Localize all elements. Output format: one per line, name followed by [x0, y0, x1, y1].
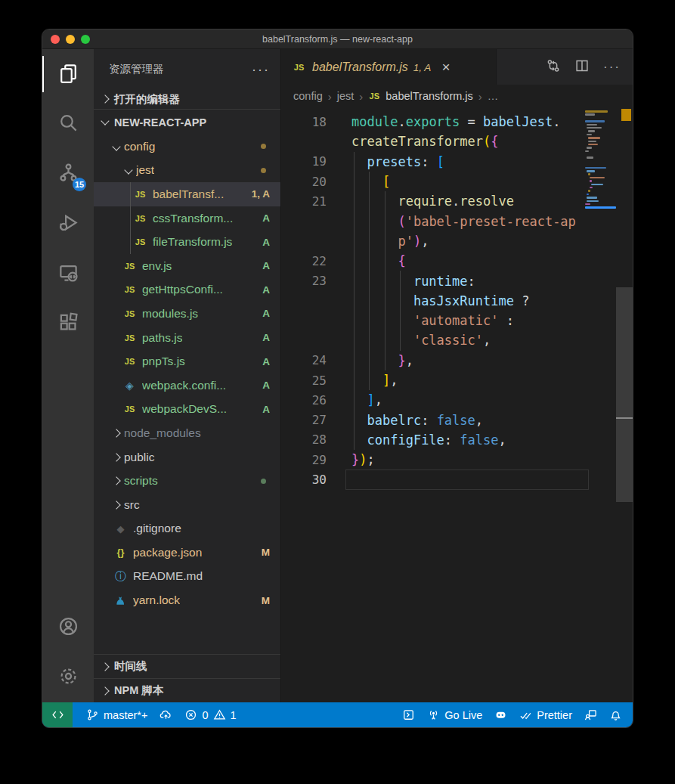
status-item-copilot[interactable] [488, 702, 513, 727]
tree-item-public[interactable]: public [94, 445, 280, 469]
code-line[interactable]: 20 [ [281, 172, 633, 191]
git-status-badge: A [262, 237, 270, 248]
sidebar-item-run-debug[interactable] [42, 199, 94, 249]
code-line[interactable]: 24 }, [281, 351, 633, 370]
sidebar: 资源管理器 ··· 打开的编辑器 NEW-REACT-APP configjes… [94, 49, 280, 702]
tree-item-webpack-confi-[interactable]: ◈webpack.confi...A [94, 373, 280, 398]
breadcrumb-item[interactable]: babelTransform.js [385, 90, 473, 102]
git-status-badge: A [262, 308, 270, 319]
open-changes-icon[interactable] [546, 58, 561, 76]
breadcrumb-separator: › [359, 90, 363, 103]
code-area[interactable]: 18module.exports = babelJest.createTrans… [281, 107, 633, 702]
more-actions-icon[interactable]: ··· [603, 60, 621, 75]
status-item-problems[interactable]: 01 [178, 702, 242, 727]
indent-guide [354, 152, 355, 451]
code-line[interactable]: 19 presets: [ [281, 152, 633, 172]
code-line[interactable]: 25 ], [281, 370, 633, 390]
breadcrumb-item[interactable]: jest [337, 90, 355, 102]
settings-button[interactable] [42, 652, 94, 702]
split-editor-icon[interactable] [574, 58, 590, 76]
section-timeline[interactable]: 时间线 [94, 654, 280, 678]
tree-item-gethttpsconfi-[interactable]: JSgetHttpsConfi...A [94, 278, 280, 302]
breadcrumb-item[interactable]: … [488, 90, 499, 102]
sidebar-item-extensions[interactable] [42, 299, 94, 349]
status-item-prettier[interactable]: Prettier [513, 702, 578, 727]
section-root-folder[interactable]: NEW-REACT-APP [94, 109, 280, 135]
tree-item-webpackdevs-[interactable]: JSwebpackDevS...A [94, 398, 280, 422]
boxed-chevron-icon [402, 708, 415, 721]
sidebar-item-source-control[interactable]: 15 [42, 149, 94, 199]
minimize-window-button[interactable] [66, 35, 75, 44]
code-line[interactable]: 21 require.resolve [281, 191, 633, 211]
tree-item-filetransform-js[interactable]: JSfileTransform.jsA [94, 230, 280, 254]
account-button[interactable] [42, 603, 94, 652]
status-item-branch[interactable]: master*+ [80, 702, 153, 727]
status-item-live-share[interactable] [578, 702, 603, 727]
tree-item-modules-js[interactable]: JSmodules.jsA [94, 302, 280, 326]
line-number: 20 [281, 175, 327, 189]
code-line[interactable]: 18module.exports = babelJest. [281, 112, 633, 132]
account-icon [58, 616, 79, 640]
js-file-icon: JS [133, 187, 147, 201]
tab-babeltransform[interactable]: JS babelTransform.js 1, A × [281, 49, 497, 85]
bell-icon [609, 708, 622, 721]
status-item-label: 1 [231, 709, 237, 721]
scrollbar-thumb[interactable] [616, 287, 633, 502]
tree-item-label: README.md [133, 569, 203, 583]
tree-item-scripts[interactable]: scripts [94, 469, 280, 493]
tree-item-package-json[interactable]: {}package.jsonM [94, 541, 280, 565]
minimap[interactable] [585, 107, 616, 702]
git-status-badge: 1, A [252, 188, 270, 200]
tree-item-readme-md[interactable]: ⓘREADME.md [94, 565, 280, 589]
status-item-sync[interactable] [153, 702, 178, 727]
tree-item-label: babelTransf... [153, 187, 224, 201]
tree-item-babeltransf-[interactable]: JSbabelTransf...1, A [94, 182, 280, 206]
status-item-go-live[interactable]: Go Live [421, 702, 488, 727]
tree-item-env-js[interactable]: JSenv.jsA [94, 254, 280, 278]
titlebar[interactable]: babelTransform.js — new-react-app [42, 29, 633, 49]
tree-item-csstransform-[interactable]: JScssTransform...A [94, 206, 280, 231]
tab-label: babelTransform.js [312, 60, 408, 74]
section-open-editors[interactable]: 打开的编辑器 [94, 89, 280, 109]
tree-item-jest[interactable]: jest [94, 159, 280, 183]
zoom-window-button[interactable] [81, 35, 90, 44]
code-line[interactable]: createTransformer({ [281, 132, 633, 151]
tree-item-label: src [124, 498, 140, 512]
code-line[interactable]: 29}); [281, 450, 633, 469]
sidebar-item-remote-explorer[interactable] [42, 249, 94, 299]
code-line[interactable]: 22 { [281, 251, 633, 271]
tree-item-node-modules[interactable]: node_modules [94, 421, 280, 445]
code-line[interactable]: 28 configFile: false, [281, 430, 633, 450]
breadcrumb-item[interactable]: config [293, 90, 323, 102]
tree-item-src[interactable]: src [94, 493, 280, 517]
tree-item-paths-js[interactable]: JSpaths.jsA [94, 326, 280, 350]
code-line[interactable]: ('babel-preset-react-ap [281, 211, 633, 231]
code-line[interactable]: 23 runtime: [281, 271, 633, 290]
tree-item--gitignore[interactable]: ◆.gitignore [94, 517, 280, 541]
js-file-icon: JS [122, 355, 137, 369]
tree-item-config[interactable]: config [94, 135, 280, 159]
code-line[interactable]: 'automatic' : [281, 311, 633, 330]
sidebar-item-search[interactable] [42, 99, 94, 149]
sidebar-item-explorer[interactable] [42, 49, 94, 99]
code-line[interactable]: 27 babelrc: false, [281, 410, 633, 429]
close-window-button[interactable] [51, 35, 60, 44]
status-item-label: master*+ [104, 709, 147, 721]
status-item-notifications[interactable] [603, 702, 628, 727]
cursor-position-marker [616, 417, 633, 419]
tree-item-pnpts-js[interactable]: JSpnpTs.jsA [94, 349, 280, 373]
extensions-icon [58, 312, 79, 336]
tree-item-label: jest [136, 163, 154, 177]
code-line[interactable]: 'classic', [281, 330, 633, 350]
editor-actions: ··· [546, 49, 633, 85]
status-item-terminal[interactable] [396, 702, 421, 727]
code-line[interactable]: 26 ], [281, 390, 633, 410]
explorer-pane-header: 资源管理器 ··· [94, 49, 280, 89]
section-npm-scripts[interactable]: NPM 脚本 [94, 678, 280, 702]
code-line[interactable]: hasJsxRuntime ? [281, 291, 633, 311]
code-line[interactable]: p'), [281, 231, 633, 251]
more-actions-icon[interactable]: ··· [252, 66, 270, 73]
status-item-remote[interactable] [42, 702, 73, 727]
close-tab-icon[interactable]: × [441, 60, 450, 74]
tree-item-yarn-lock[interactable]: yarn.lockM [94, 588, 280, 612]
